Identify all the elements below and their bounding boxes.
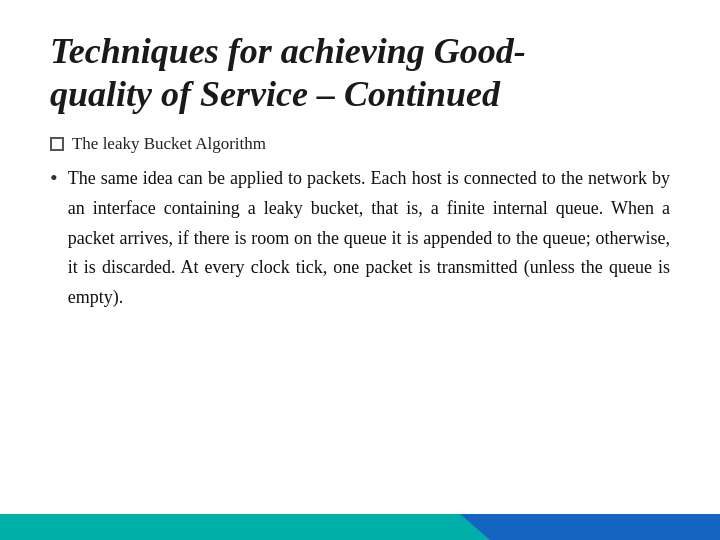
slide-container: Techniques for achieving Good- quality o… — [0, 0, 720, 540]
title-line1: Techniques for achieving Good- — [50, 31, 526, 71]
bullet-dot: • — [50, 161, 58, 194]
bottom-bar — [0, 514, 720, 540]
teal-bar — [0, 514, 520, 540]
slide-title: Techniques for achieving Good- quality o… — [50, 30, 670, 116]
title-line2: quality of Service – Continued — [50, 74, 500, 114]
bullet-text: The same idea can be applied to packets.… — [68, 164, 670, 312]
blue-bar — [460, 514, 720, 540]
title-section: Techniques for achieving Good- quality o… — [50, 30, 670, 116]
section-heading: The leaky Bucket Algorithm — [50, 134, 670, 154]
bullet-point: • The same idea can be applied to packet… — [50, 164, 670, 312]
checkbox-icon — [50, 137, 64, 151]
section-label: The leaky Bucket Algorithm — [72, 134, 266, 153]
